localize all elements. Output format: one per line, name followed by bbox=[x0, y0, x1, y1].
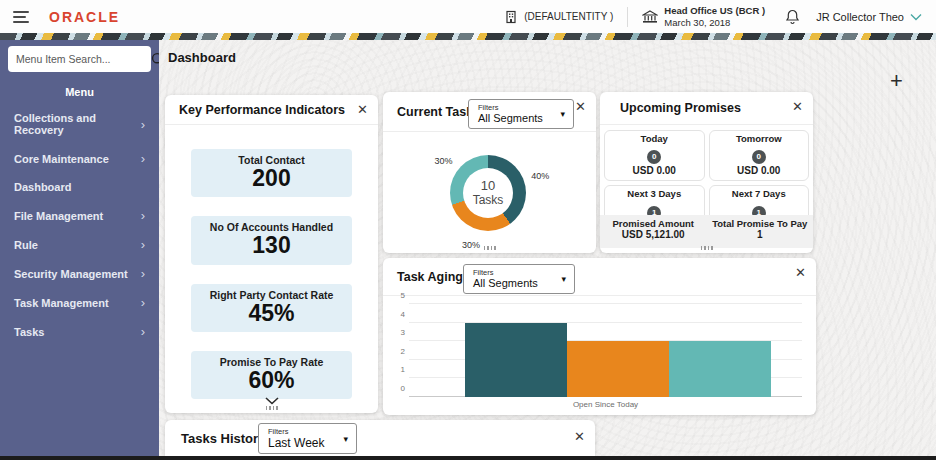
sidebar-item-tasks[interactable]: Tasks› bbox=[0, 317, 159, 346]
tasks-history-close-icon[interactable]: ✕ bbox=[574, 430, 585, 443]
kpi-tile-label: Right Party Contact Rate bbox=[195, 289, 348, 301]
promise-footer-label: Promised Amount bbox=[600, 218, 707, 229]
bar-3[interactable] bbox=[669, 341, 771, 397]
task-aging-xaxis-label: Open Since Today bbox=[409, 400, 802, 409]
menu-header: Menu bbox=[0, 76, 159, 104]
promise-tile-label: Today bbox=[607, 133, 702, 145]
promise-footer-item: Total Promise To Pay1 bbox=[707, 218, 814, 240]
tasks-history-filter-dropdown[interactable]: Filters Last Week ▾ bbox=[258, 423, 357, 454]
task-aging-title: Task Aging bbox=[397, 270, 463, 284]
sidebar-item-dashboard[interactable]: Dashboard bbox=[0, 173, 159, 201]
chevron-right-icon: › bbox=[141, 118, 145, 131]
kpi-card: Key Performance Indicators ✕ Total Conta… bbox=[165, 95, 378, 413]
current-tasks-close-icon[interactable]: ✕ bbox=[575, 100, 586, 113]
user-menu[interactable]: JR Collector Theo bbox=[816, 11, 922, 23]
bank-icon bbox=[642, 10, 658, 24]
donut-slice-label: 30% bbox=[462, 240, 480, 250]
filter-label: Filters bbox=[478, 103, 549, 112]
kpi-tile-value: 45% bbox=[195, 301, 348, 326]
donut-center: 10 Tasks bbox=[463, 168, 513, 218]
promise-count-badge: 0 bbox=[752, 150, 766, 164]
promise-tile-label: Next 7 Days bbox=[712, 188, 807, 200]
sidebar-item-label: Core Maintenance bbox=[14, 153, 109, 165]
sidebar-item-rule[interactable]: Rule› bbox=[0, 230, 159, 259]
promise-tile-label: Next 3 Days bbox=[607, 188, 702, 200]
filter-value: All Segments bbox=[478, 112, 549, 125]
y-axis-tick-label: 1 bbox=[393, 365, 405, 374]
kpi-drag-handle[interactable] bbox=[266, 406, 278, 410]
sidebar-item-collections-and-recovery[interactable]: Collections and Recovery› bbox=[0, 104, 159, 144]
promise-tile[interactable]: Tomorrow0USD 0.00 bbox=[709, 130, 810, 181]
sidebar-item-core-maintenance[interactable]: Core Maintenance› bbox=[0, 144, 159, 173]
kpi-tile[interactable]: No Of Accounts Handled130 bbox=[191, 216, 352, 264]
bar-2[interactable] bbox=[567, 341, 669, 397]
y-axis-tick-label: 2 bbox=[393, 347, 405, 356]
gridline bbox=[409, 303, 802, 304]
task-aging-close-icon[interactable]: ✕ bbox=[795, 266, 806, 279]
add-widget-button[interactable]: + bbox=[890, 70, 903, 92]
promise-footer: Promised AmountUSD 5,121.00Total Promise… bbox=[600, 215, 813, 248]
branch-selector[interactable]: Head Office US (BCR ) March 30, 2018 bbox=[628, 0, 779, 33]
current-tasks-card: Current Tasks Filters All Segments ▾ ✕ 1… bbox=[383, 92, 596, 253]
task-aging-card: Task Aging Filters All Segments ▾ ✕ 0123… bbox=[383, 258, 816, 415]
dropdown-caret-icon: ▾ bbox=[343, 434, 348, 444]
task-aging-bar-chart[interactable]: 012345 bbox=[409, 304, 802, 397]
promise-tile-amount: USD 0.00 bbox=[607, 164, 702, 177]
sidebar-item-task-management[interactable]: Task Management› bbox=[0, 288, 159, 317]
promise-count-badge: 0 bbox=[647, 150, 661, 164]
notifications-bell-icon[interactable] bbox=[785, 9, 800, 25]
kpi-tile-value: 130 bbox=[195, 233, 348, 258]
branch-date: March 30, 2018 bbox=[664, 17, 765, 29]
y-axis-tick-label: 5 bbox=[393, 291, 405, 300]
upcoming-promises-drag-handle[interactable] bbox=[701, 246, 713, 250]
filter-value: Last Week bbox=[268, 436, 332, 450]
building-icon bbox=[504, 10, 518, 24]
upcoming-promises-close-icon[interactable]: ✕ bbox=[792, 100, 803, 113]
bar-1[interactable] bbox=[465, 323, 567, 397]
donut-center-label: Tasks bbox=[473, 194, 504, 208]
chevron-right-icon: › bbox=[141, 209, 145, 222]
kpi-tile[interactable]: Total Contact200 bbox=[191, 149, 352, 197]
upcoming-promises-title: Upcoming Promises bbox=[620, 101, 741, 115]
chevron-right-icon: › bbox=[141, 325, 145, 338]
filter-label: Filters bbox=[268, 427, 332, 436]
y-axis-tick-label: 4 bbox=[393, 310, 405, 319]
kpi-tile[interactable]: Promise To Pay Rate60% bbox=[191, 351, 352, 399]
kpi-close-icon[interactable]: ✕ bbox=[357, 103, 368, 116]
promise-tile[interactable]: Today0USD 0.00 bbox=[604, 130, 705, 181]
current-tasks-donut-chart[interactable]: 10 Tasks 40%30%30% bbox=[383, 132, 596, 250]
main-content: Dashboard + Key Performance Indicators ✕… bbox=[159, 40, 936, 456]
kpi-card-title: Key Performance Indicators bbox=[179, 103, 345, 117]
page-title: Dashboard bbox=[168, 50, 236, 65]
kpi-tile-value: 200 bbox=[195, 166, 348, 191]
menu-search-input[interactable] bbox=[16, 53, 151, 65]
hamburger-menu-icon[interactable] bbox=[13, 11, 29, 23]
promise-footer-label: Total Promise To Pay bbox=[707, 218, 814, 229]
sidebar-nav: Collections and Recovery›Core Maintenanc… bbox=[0, 104, 159, 346]
chevron-right-icon: › bbox=[141, 238, 145, 251]
kpi-scroll-down-chevron-icon[interactable] bbox=[265, 397, 279, 405]
current-tasks-drag-handle[interactable] bbox=[484, 246, 496, 250]
dropdown-caret-icon: ▾ bbox=[560, 109, 565, 119]
chevron-right-icon: › bbox=[141, 152, 145, 165]
entity-selector[interactable]: (DEFAULTENTITY ) bbox=[490, 0, 627, 33]
current-tasks-filter-dropdown[interactable]: Filters All Segments ▾ bbox=[468, 99, 574, 129]
filter-label: Filters bbox=[473, 268, 550, 277]
chevron-right-icon: › bbox=[141, 267, 145, 280]
upcoming-promises-card: Upcoming Promises ✕ Today0USD 0.00Tomorr… bbox=[600, 92, 813, 253]
branch-name: Head Office US (BCR ) bbox=[664, 5, 765, 17]
menu-search bbox=[8, 46, 151, 72]
sidebar-item-security-management[interactable]: Security Management› bbox=[0, 259, 159, 288]
decorative-banner-strip bbox=[0, 33, 936, 40]
oracle-logo: ORACLE bbox=[49, 9, 120, 25]
kpi-body: Total Contact200No Of Accounts Handled13… bbox=[165, 125, 378, 399]
sidebar-item-label: Collections and Recovery bbox=[14, 112, 141, 136]
promise-footer-value: USD 5,121.00 bbox=[600, 229, 707, 240]
sidebar-item-file-management[interactable]: File Management› bbox=[0, 201, 159, 230]
chevron-right-icon: › bbox=[141, 296, 145, 309]
promise-tile-amount: USD 0.00 bbox=[712, 164, 807, 177]
donut-slice-label: 40% bbox=[531, 171, 549, 181]
kpi-tile[interactable]: Right Party Contact Rate45% bbox=[191, 284, 352, 332]
task-aging-filter-dropdown[interactable]: Filters All Segments ▾ bbox=[463, 264, 575, 294]
promise-tile-label: Tomorrow bbox=[712, 133, 807, 145]
